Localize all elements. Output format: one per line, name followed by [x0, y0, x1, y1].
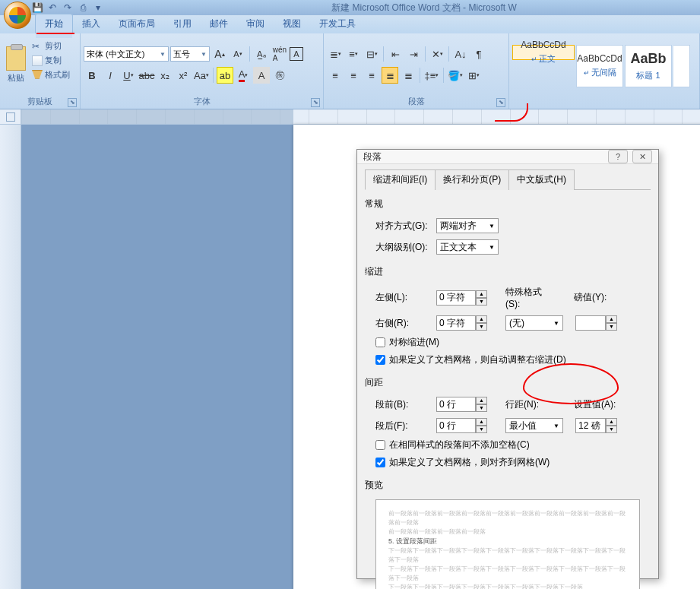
- borders-button[interactable]: ⊞▾: [465, 67, 482, 84]
- mirror-indent-check[interactable]: 对称缩进(M): [375, 336, 651, 349]
- asian-layout-button[interactable]: ✕▾: [429, 46, 445, 62]
- left-indent-spin[interactable]: ▲▼: [436, 290, 487, 306]
- tab-mailings[interactable]: 邮件: [201, 14, 237, 33]
- tab-review[interactable]: 审阅: [237, 14, 274, 33]
- copy-icon: [32, 55, 43, 66]
- phonetic-button[interactable]: wénA: [271, 46, 288, 62]
- style-more[interactable]: [673, 45, 690, 87]
- clipboard-launcher[interactable]: ⬊: [68, 98, 77, 107]
- alignment-select[interactable]: 两端对齐▼: [436, 218, 499, 233]
- line-spacing-button[interactable]: ‡≡▾: [423, 67, 440, 84]
- tab-selector[interactable]: [0, 109, 21, 124]
- tab-layout[interactable]: 页面布局: [109, 14, 164, 33]
- snap-grid-check[interactable]: 如果定义了文档网格，则对齐到网格(W): [375, 456, 651, 469]
- by-spin[interactable]: ▲▼: [575, 315, 617, 331]
- right-indent-label: 右侧(R):: [375, 317, 432, 330]
- ruler: [0, 109, 700, 125]
- print-icon[interactable]: ⎙: [78, 2, 88, 13]
- clear-format-button[interactable]: A̲ₐ: [253, 46, 270, 62]
- bullets-button[interactable]: ≣▾: [327, 46, 344, 62]
- after-spin[interactable]: ▲▼: [436, 418, 487, 433]
- section-general: 常规: [365, 198, 651, 211]
- tab-home[interactable]: 开始: [35, 14, 73, 33]
- superscript-button[interactable]: x²: [175, 67, 192, 84]
- cut-button[interactable]: 剪切: [30, 40, 71, 52]
- style-heading1[interactable]: AaBb标题 1: [625, 45, 672, 87]
- multilevel-button[interactable]: ⊟▾: [363, 46, 380, 62]
- special-select[interactable]: (无)▼: [505, 315, 563, 331]
- paste-icon: [6, 46, 26, 71]
- left-indent-label: 左侧(L):: [375, 291, 432, 304]
- horizontal-ruler[interactable]: [21, 109, 700, 124]
- align-left-button[interactable]: ≡: [327, 67, 344, 84]
- sort-button[interactable]: A↓: [452, 46, 469, 62]
- dialog-titlebar[interactable]: 段落 ? ✕: [357, 150, 658, 164]
- outline-label: 大纲级别(O):: [375, 241, 432, 254]
- underline-button[interactable]: U▾: [120, 67, 137, 84]
- tab-insert[interactable]: 插入: [73, 14, 109, 33]
- format-painter-button[interactable]: 格式刷: [30, 68, 71, 81]
- font-face-combo[interactable]: 宋体 (中文正文)▼: [84, 46, 169, 62]
- by-label: 磅值(Y):: [574, 291, 624, 304]
- bold-button[interactable]: B: [84, 67, 100, 84]
- style-normal[interactable]: AaBbCcDd正文: [512, 45, 575, 60]
- group-clipboard: 粘贴 剪切 复制 格式刷 剪贴板⬊: [0, 33, 81, 109]
- office-button[interactable]: [4, 2, 31, 29]
- linespacing-select[interactable]: 最小值▼: [505, 418, 563, 433]
- tab-line-page-breaks[interactable]: 换行和分页(P): [435, 169, 509, 190]
- numbering-button[interactable]: ≡▾: [345, 46, 362, 62]
- shrink-font-button[interactable]: A▾: [230, 46, 246, 62]
- align-center-button[interactable]: ≡: [345, 67, 362, 84]
- at-label: 设置值(A):: [574, 398, 624, 411]
- save-icon[interactable]: 💾: [32, 2, 43, 13]
- grow-font-button[interactable]: A▴: [211, 46, 228, 62]
- justify-button[interactable]: ≣: [382, 67, 398, 84]
- outline-select[interactable]: 正文文本▼: [436, 239, 499, 255]
- char-shading-button[interactable]: A: [253, 67, 270, 84]
- indent-dec-button[interactable]: ⇤: [387, 46, 404, 62]
- italic-button[interactable]: I: [102, 67, 119, 84]
- section-indent: 缩进: [365, 265, 651, 278]
- titlebar: 💾 ↶ ↷ ⎙ ▾ 新建 Microsoft Office Word 文档 - …: [0, 0, 700, 15]
- enclose-char-button[interactable]: ㊩: [271, 67, 288, 84]
- change-case-button[interactable]: Aa▾: [193, 67, 210, 84]
- font-launcher[interactable]: ⬊: [311, 98, 320, 107]
- shading-button[interactable]: 🪣▾: [447, 67, 464, 84]
- special-label: 特殊格式(S):: [505, 286, 556, 309]
- align-right-button[interactable]: ≡: [363, 67, 380, 84]
- highlight-button[interactable]: ab: [217, 67, 233, 84]
- help-button[interactable]: ?: [608, 150, 628, 163]
- qat-dropdown-icon[interactable]: ▾: [93, 2, 103, 13]
- char-border-button[interactable]: A: [290, 47, 303, 61]
- copy-button[interactable]: 复制: [30, 54, 71, 67]
- before-spin[interactable]: ▲▼: [436, 397, 487, 412]
- redo-icon[interactable]: ↷: [62, 2, 73, 13]
- right-indent-spin[interactable]: ▲▼: [436, 315, 487, 331]
- no-space-same-check[interactable]: 在相同样式的段落间不添加空格(C): [375, 439, 651, 451]
- tab-developer[interactable]: 开发工具: [310, 14, 365, 33]
- strike-button[interactable]: abc: [138, 67, 155, 84]
- tab-indent-spacing[interactable]: 缩进和间距(I): [365, 169, 436, 190]
- undo-icon[interactable]: ↶: [47, 2, 58, 13]
- tab-asian-typo[interactable]: 中文版式(H): [508, 169, 575, 190]
- font-color-button[interactable]: A▾: [235, 67, 252, 84]
- paste-button[interactable]: 粘贴: [3, 40, 29, 90]
- auto-adjust-check[interactable]: 如果定义了文档网格，则自动调整右缩进(D): [375, 353, 651, 366]
- subscript-button[interactable]: x₂: [157, 67, 173, 84]
- paragraph-dialog: 段落 ? ✕ 缩进和间距(I) 换行和分页(P) 中文版式(H) 常规 对齐方式…: [356, 149, 659, 579]
- tab-view[interactable]: 视图: [274, 14, 310, 33]
- show-marks-button[interactable]: ¶: [470, 46, 487, 62]
- cut-icon: [32, 41, 43, 52]
- alignment-label: 对齐方式(G):: [375, 220, 432, 233]
- vertical-ruler[interactable]: [0, 125, 21, 589]
- style-nospacing[interactable]: AaBbCcDd无间隔: [576, 45, 623, 87]
- font-size-combo[interactable]: 五号▼: [170, 46, 210, 62]
- section-preview: 预览: [365, 479, 651, 492]
- tab-references[interactable]: 引用: [164, 14, 201, 33]
- distribute-button[interactable]: ≣: [400, 67, 417, 84]
- close-button[interactable]: ✕: [632, 150, 652, 163]
- at-spin[interactable]: ▲▼: [575, 418, 617, 433]
- dialog-tabs: 缩进和间距(I) 换行和分页(P) 中文版式(H): [365, 169, 651, 190]
- indent-inc-button[interactable]: ⇥: [405, 46, 422, 62]
- preview-box: 前一段落前一段落前一段落前一段落前一段落前一段落前一段落前一段落前一段落前一段落…: [375, 499, 640, 589]
